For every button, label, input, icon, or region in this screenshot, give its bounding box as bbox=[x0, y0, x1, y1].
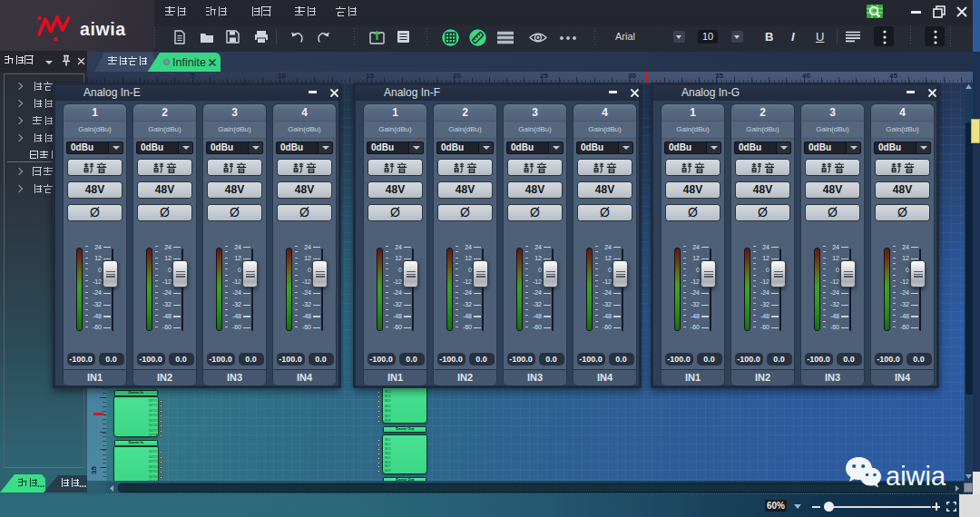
svg-text:aiwia: aiwia bbox=[886, 462, 946, 491]
svg-text:aiwia: aiwia bbox=[80, 19, 126, 39]
